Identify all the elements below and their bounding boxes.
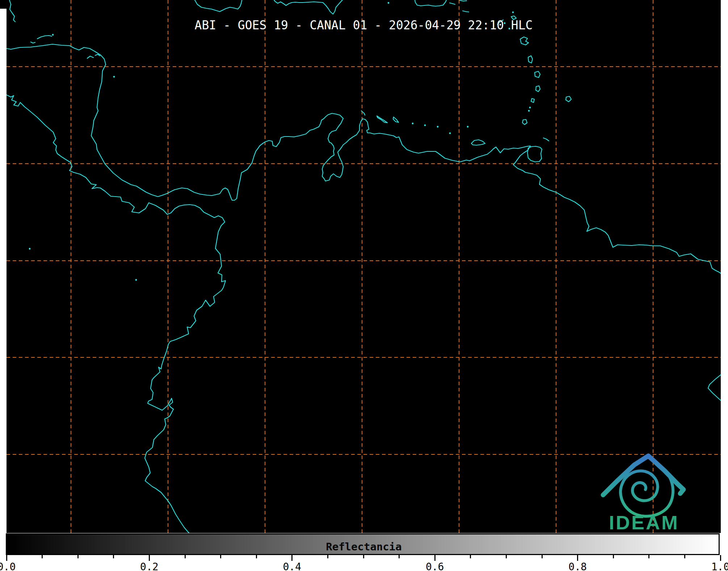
minor-tick	[77, 555, 79, 558]
major-tick	[149, 555, 150, 561]
island-dot	[467, 126, 469, 128]
minor-tick	[506, 555, 507, 558]
major-tick	[434, 555, 435, 561]
minor-tick	[684, 555, 685, 558]
satellite-image-figure: IDEAM ABI - GOES 19 - CANAL 01 - 2026-04…	[0, 0, 728, 571]
island-dot	[412, 123, 414, 125]
minor-tick	[256, 555, 257, 558]
island-dot	[528, 110, 530, 112]
map-canvas: IDEAM	[0, 0, 728, 571]
minor-tick	[613, 555, 614, 558]
image-title: ABI - GOES 19 - CANAL 01 - 2026-04-29 22…	[7, 18, 721, 32]
minor-tick	[113, 555, 114, 558]
ideam-logo-text: IDEAM	[609, 512, 679, 533]
island-dot	[135, 279, 137, 281]
island-dot	[512, 12, 514, 13]
tick-label-0.6: 0.6	[418, 561, 451, 571]
island-dot	[52, 34, 54, 36]
colorbar-label: Reflectancia	[6, 541, 722, 553]
tick-label-0.4: 0.4	[276, 561, 308, 571]
minor-tick	[42, 555, 43, 558]
tick-label-1.0: 1.0	[704, 561, 728, 571]
island-dot	[113, 76, 115, 78]
island-dot	[388, 2, 390, 4]
major-tick	[6, 555, 7, 561]
tick-label-0.0: 0.0	[0, 561, 23, 571]
minor-tick	[185, 555, 186, 558]
minor-tick	[648, 555, 649, 558]
tick-label-0.2: 0.2	[133, 561, 165, 571]
island-dot	[29, 248, 31, 250]
corner-patch	[0, 0, 7, 9]
minor-tick	[327, 555, 328, 558]
island-dot	[437, 126, 439, 128]
island-dot	[449, 133, 451, 134]
minor-tick	[363, 555, 364, 558]
island-dot	[424, 125, 426, 126]
major-tick	[291, 555, 293, 561]
minor-tick	[542, 555, 543, 558]
island-dot	[529, 107, 531, 109]
minor-tick	[470, 555, 471, 558]
major-tick	[720, 555, 721, 561]
tick-label-0.8: 0.8	[561, 561, 594, 571]
minor-tick	[399, 555, 400, 558]
major-tick	[577, 555, 578, 561]
map-background	[7, 0, 721, 533]
minor-tick	[220, 555, 221, 558]
